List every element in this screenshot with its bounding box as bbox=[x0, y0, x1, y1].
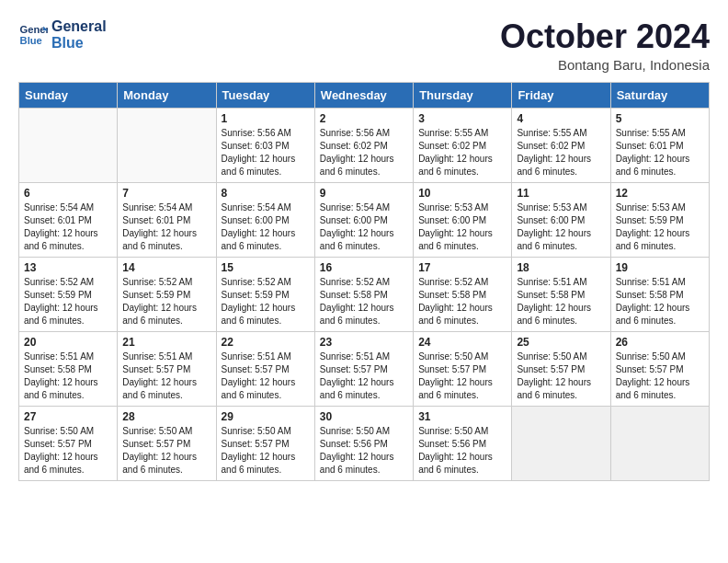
calendar-cell: 9Sunrise: 5:54 AMSunset: 6:00 PMDaylight… bbox=[314, 182, 413, 257]
day-number: 8 bbox=[222, 187, 310, 200]
day-number: 7 bbox=[122, 187, 210, 200]
day-number: 9 bbox=[320, 187, 408, 200]
calendar-cell: 12Sunrise: 5:53 AMSunset: 5:59 PMDayligh… bbox=[610, 182, 709, 257]
day-number: 15 bbox=[222, 261, 310, 274]
calendar-cell: 17Sunrise: 5:52 AMSunset: 5:58 PMDayligh… bbox=[414, 257, 512, 331]
day-number: 6 bbox=[24, 187, 112, 200]
cell-text: Sunrise: 5:52 AMSunset: 5:58 PMDaylight:… bbox=[320, 276, 408, 327]
calendar-cell: 30Sunrise: 5:50 AMSunset: 5:56 PMDayligh… bbox=[314, 406, 413, 480]
day-number: 11 bbox=[517, 187, 605, 200]
cell-text: Sunrise: 5:50 AMSunset: 5:57 PMDaylight:… bbox=[122, 425, 210, 477]
calendar-cell: 5Sunrise: 5:55 AMSunset: 6:01 PMDaylight… bbox=[610, 108, 709, 182]
week-row-5: 27Sunrise: 5:50 AMSunset: 5:57 PMDayligh… bbox=[19, 406, 710, 480]
calendar-cell: 21Sunrise: 5:51 AMSunset: 5:57 PMDayligh… bbox=[118, 331, 216, 406]
calendar-cell: 28Sunrise: 5:50 AMSunset: 5:57 PMDayligh… bbox=[118, 406, 216, 480]
cell-text: Sunrise: 5:55 AMSunset: 6:02 PMDaylight:… bbox=[517, 127, 605, 178]
day-number: 31 bbox=[418, 410, 506, 423]
calendar-cell: 14Sunrise: 5:52 AMSunset: 5:59 PMDayligh… bbox=[118, 257, 216, 331]
cell-text: Sunrise: 5:52 AMSunset: 5:59 PMDaylight:… bbox=[24, 276, 112, 327]
calendar-cell: 18Sunrise: 5:51 AMSunset: 5:58 PMDayligh… bbox=[512, 257, 610, 331]
week-row-4: 20Sunrise: 5:51 AMSunset: 5:58 PMDayligh… bbox=[19, 331, 710, 406]
week-row-3: 13Sunrise: 5:52 AMSunset: 5:59 PMDayligh… bbox=[19, 257, 710, 331]
calendar-cell: 24Sunrise: 5:50 AMSunset: 5:57 PMDayligh… bbox=[414, 331, 512, 406]
cell-text: Sunrise: 5:53 AMSunset: 5:59 PMDaylight:… bbox=[616, 201, 704, 253]
week-row-1: 1Sunrise: 5:56 AMSunset: 6:03 PMDaylight… bbox=[19, 108, 710, 182]
calendar-cell: 10Sunrise: 5:53 AMSunset: 6:00 PMDayligh… bbox=[414, 182, 512, 257]
calendar-cell: 15Sunrise: 5:52 AMSunset: 5:59 PMDayligh… bbox=[216, 257, 314, 331]
day-number: 22 bbox=[222, 336, 310, 349]
day-number: 16 bbox=[320, 261, 408, 274]
cell-text: Sunrise: 5:55 AMSunset: 6:02 PMDaylight:… bbox=[418, 127, 506, 178]
cell-text: Sunrise: 5:51 AMSunset: 5:57 PMDaylight:… bbox=[122, 350, 210, 402]
logo-general: General bbox=[51, 18, 107, 35]
calendar-cell: 6Sunrise: 5:54 AMSunset: 6:01 PMDaylight… bbox=[19, 182, 118, 257]
logo: General Blue General Blue bbox=[18, 18, 107, 51]
day-number: 21 bbox=[122, 336, 210, 349]
calendar-cell: 19Sunrise: 5:51 AMSunset: 5:58 PMDayligh… bbox=[610, 257, 709, 331]
day-number: 4 bbox=[517, 112, 605, 125]
calendar-cell: 16Sunrise: 5:52 AMSunset: 5:58 PMDayligh… bbox=[314, 257, 413, 331]
cell-text: Sunrise: 5:53 AMSunset: 6:00 PMDaylight:… bbox=[418, 201, 506, 253]
day-number: 23 bbox=[320, 336, 408, 349]
day-number: 3 bbox=[418, 112, 506, 125]
calendar-cell bbox=[19, 108, 118, 182]
day-number: 19 bbox=[616, 261, 704, 274]
cell-text: Sunrise: 5:50 AMSunset: 5:57 PMDaylight:… bbox=[24, 425, 112, 477]
cell-text: Sunrise: 5:54 AMSunset: 6:01 PMDaylight:… bbox=[122, 201, 210, 253]
cell-text: Sunrise: 5:50 AMSunset: 5:56 PMDaylight:… bbox=[320, 425, 408, 477]
cell-text: Sunrise: 5:56 AMSunset: 6:03 PMDaylight:… bbox=[222, 127, 310, 178]
week-row-2: 6Sunrise: 5:54 AMSunset: 6:01 PMDaylight… bbox=[19, 182, 710, 257]
day-header-tuesday: Tuesday bbox=[216, 82, 314, 108]
cell-text: Sunrise: 5:51 AMSunset: 5:57 PMDaylight:… bbox=[320, 350, 408, 402]
cell-text: Sunrise: 5:54 AMSunset: 6:01 PMDaylight:… bbox=[24, 201, 112, 253]
calendar-cell: 1Sunrise: 5:56 AMSunset: 6:03 PMDaylight… bbox=[216, 108, 314, 182]
header: General Blue General Blue October 2024 B… bbox=[18, 18, 710, 73]
day-number: 2 bbox=[320, 112, 408, 125]
day-number: 20 bbox=[24, 336, 112, 349]
calendar-cell: 23Sunrise: 5:51 AMSunset: 5:57 PMDayligh… bbox=[314, 331, 413, 406]
day-number: 26 bbox=[616, 336, 704, 349]
day-number: 28 bbox=[122, 410, 210, 423]
calendar-cell: 27Sunrise: 5:50 AMSunset: 5:57 PMDayligh… bbox=[19, 406, 118, 480]
calendar-cell: 31Sunrise: 5:50 AMSunset: 5:56 PMDayligh… bbox=[414, 406, 512, 480]
day-number: 30 bbox=[320, 410, 408, 423]
cell-text: Sunrise: 5:51 AMSunset: 5:58 PMDaylight:… bbox=[616, 276, 704, 327]
calendar-cell: 3Sunrise: 5:55 AMSunset: 6:02 PMDaylight… bbox=[414, 108, 512, 182]
day-header-thursday: Thursday bbox=[414, 82, 512, 108]
title-area: October 2024 Bontang Baru, Indonesia bbox=[500, 18, 710, 73]
cell-text: Sunrise: 5:52 AMSunset: 5:59 PMDaylight:… bbox=[122, 276, 210, 327]
day-number: 27 bbox=[24, 410, 112, 423]
cell-text: Sunrise: 5:51 AMSunset: 5:58 PMDaylight:… bbox=[24, 350, 112, 402]
day-header-friday: Friday bbox=[512, 82, 610, 108]
day-header-wednesday: Wednesday bbox=[314, 82, 413, 108]
cell-text: Sunrise: 5:50 AMSunset: 5:56 PMDaylight:… bbox=[418, 425, 506, 477]
svg-text:Blue: Blue bbox=[20, 34, 42, 45]
calendar-cell: 20Sunrise: 5:51 AMSunset: 5:58 PMDayligh… bbox=[19, 331, 118, 406]
cell-text: Sunrise: 5:54 AMSunset: 6:00 PMDaylight:… bbox=[320, 201, 408, 253]
day-number: 5 bbox=[616, 112, 704, 125]
day-number: 25 bbox=[517, 336, 605, 349]
cell-text: Sunrise: 5:53 AMSunset: 6:00 PMDaylight:… bbox=[517, 201, 605, 253]
day-number: 12 bbox=[616, 187, 704, 200]
day-number: 1 bbox=[222, 112, 310, 125]
cell-text: Sunrise: 5:52 AMSunset: 5:58 PMDaylight:… bbox=[418, 276, 506, 327]
day-header-saturday: Saturday bbox=[610, 82, 709, 108]
day-number: 18 bbox=[517, 261, 605, 274]
calendar-cell: 26Sunrise: 5:50 AMSunset: 5:57 PMDayligh… bbox=[610, 331, 709, 406]
calendar-cell: 2Sunrise: 5:56 AMSunset: 6:02 PMDaylight… bbox=[314, 108, 413, 182]
cell-text: Sunrise: 5:51 AMSunset: 5:58 PMDaylight:… bbox=[517, 276, 605, 327]
cell-text: Sunrise: 5:50 AMSunset: 5:57 PMDaylight:… bbox=[517, 350, 605, 402]
cell-text: Sunrise: 5:50 AMSunset: 5:57 PMDaylight:… bbox=[418, 350, 506, 402]
subtitle: Bontang Baru, Indonesia bbox=[500, 57, 710, 73]
calendar-cell: 4Sunrise: 5:55 AMSunset: 6:02 PMDaylight… bbox=[512, 108, 610, 182]
day-header-sunday: Sunday bbox=[19, 82, 118, 108]
cell-text: Sunrise: 5:56 AMSunset: 6:02 PMDaylight:… bbox=[320, 127, 408, 178]
calendar-cell bbox=[610, 406, 709, 480]
calendar-cell bbox=[512, 406, 610, 480]
day-number: 10 bbox=[418, 187, 506, 200]
calendar-cell: 8Sunrise: 5:54 AMSunset: 6:00 PMDaylight… bbox=[216, 182, 314, 257]
calendar-cell: 22Sunrise: 5:51 AMSunset: 5:57 PMDayligh… bbox=[216, 331, 314, 406]
day-number: 17 bbox=[418, 261, 506, 274]
calendar-cell: 7Sunrise: 5:54 AMSunset: 6:01 PMDaylight… bbox=[118, 182, 216, 257]
calendar-cell: 25Sunrise: 5:50 AMSunset: 5:57 PMDayligh… bbox=[512, 331, 610, 406]
